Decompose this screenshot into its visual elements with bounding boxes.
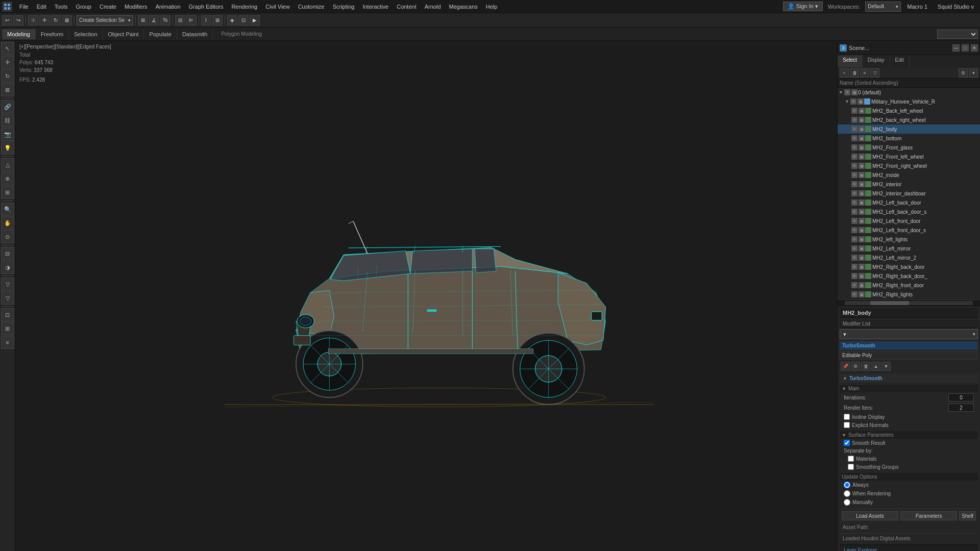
scene-item[interactable]: 👁◼ MH2_Left_mirror [838,244,980,253]
viewport[interactable]: [+][Perspective][Standard][Edged Faces] … [15,41,837,551]
lt-link[interactable]: 🔗 [1,100,14,113]
menu-group[interactable]: Group [71,3,95,11]
lt-filter2[interactable]: ▽ [1,291,14,305]
mod-delete[interactable]: 🗑 [861,362,870,371]
render-icon[interactable]: ◼ [859,163,865,169]
render-btn[interactable]: ▶ [250,15,260,26]
scene-tb-settings[interactable]: ⚙ [959,68,968,78]
render-iters-input[interactable] [948,404,974,412]
render-icon[interactable]: ◼ [859,264,865,270]
lt-shapes[interactable]: △ [1,158,14,171]
vis-icon[interactable]: 👁 [851,273,857,279]
turbosmooth-modifier[interactable]: TurboSmooth [840,341,978,350]
menu-animation[interactable]: Animation [152,3,185,11]
iterations-input[interactable] [948,393,974,402]
vis-icon[interactable]: 👁 [851,108,857,114]
scene-item-selected[interactable]: 👁◼ MH2_body [838,124,980,134]
shelf-btn[interactable]: Shelf [959,511,976,520]
lt-wireframe[interactable]: ⊟ [1,247,14,260]
render-icon[interactable]: ◼ [859,282,865,288]
render-icon[interactable]: ◼ [859,218,865,224]
scene-tab-display[interactable]: Display [863,55,890,67]
menu-edit[interactable]: Edit [33,3,51,11]
schematic-view[interactable]: ⊞ [212,15,223,26]
vis-icon[interactable]: 👁 [851,245,857,252]
menu-tools[interactable]: Tools [51,3,72,11]
scene-tb-new[interactable]: + [840,68,849,78]
mod-down[interactable]: ▼ [881,362,891,371]
undo-button[interactable]: ↩ [2,15,12,26]
lt-orbit[interactable]: ⊙ [1,230,14,243]
render-setup[interactable]: ⊡ [238,15,249,26]
scale-tool[interactable]: ⊠ [62,15,72,26]
vis-icon[interactable]: 👁 [851,291,857,297]
mirror-tool[interactable]: ⊟ [175,15,185,26]
rotate-tool[interactable]: ↻ [51,15,61,26]
menu-customize[interactable]: Customize [294,3,329,11]
vis-icon[interactable]: 👁 [851,126,857,132]
render-icon[interactable]: ◼ [859,255,865,261]
scene-item[interactable]: 👁◼ MH2_Left_back_door [838,198,980,207]
vis-icon[interactable]: 👁 [851,190,857,196]
move-tool[interactable]: ✛ [39,15,50,26]
snap-toggle[interactable]: ⊞ [138,15,148,26]
tab-freeform[interactable]: Freeform [36,29,69,39]
lt-unlink[interactable]: ⛓ [1,114,14,127]
lt-xform[interactable]: ⊡ [1,308,14,321]
explicit-normals-checkbox[interactable] [844,422,850,428]
scene-tab-edit[interactable]: Edit [890,55,910,67]
scene-item[interactable]: 👁◼ MH2_Front_right_wheel [838,161,980,170]
render-icon[interactable]: ◼ [859,190,865,196]
redo-button[interactable]: ↪ [13,15,23,26]
isoline-checkbox[interactable] [844,414,850,420]
smooth-result-checkbox[interactable] [844,440,850,446]
lt-camera[interactable]: 📷 [1,128,14,141]
scene-tb-layers[interactable]: ≡ [860,68,869,78]
scene-item[interactable]: 👁◼ MH2_Right_front_door [838,281,980,290]
render-icon[interactable]: ◼ [859,199,865,206]
object-mode-select[interactable] [937,30,978,39]
selection-filter-dropdown[interactable]: Create Selection Se [77,15,133,26]
vis-icon[interactable]: 👁 [851,135,857,141]
render-icon[interactable]: ◼ [859,154,865,160]
menu-arnold[interactable]: Arnold [421,3,445,11]
scene-item[interactable]: 👁◼ MH2_Left_back_door_s [838,207,980,216]
render-icon[interactable]: ◼ [859,144,865,151]
scene-item[interactable]: 👁◼ MH2_Left_front_door [838,216,980,226]
tab-object-paint[interactable]: Object Paint [103,29,144,39]
scene-item[interactable]: 👁◼ MH2_Left_front_door_s [838,226,980,235]
menu-create[interactable]: Create [95,3,120,11]
lt-shaded[interactable]: ◑ [1,261,14,274]
scene-minimize-btn[interactable]: — [952,44,960,52]
menu-help[interactable]: Help [482,3,502,11]
vis-icon[interactable]: 👁 [844,89,850,95]
menu-file[interactable]: File [15,3,33,11]
vis-icon[interactable]: 👁 [851,209,857,215]
render-icon[interactable]: ◼ [859,209,865,215]
render-icon[interactable]: ◼ [859,291,865,297]
percent-snap[interactable]: % [160,15,170,26]
vis-icon[interactable]: 👁 [851,282,857,288]
scene-item[interactable]: 👁◼ MH2_Back_left_wheel [838,106,980,115]
modifier-dropdown[interactable]: ▼ [840,329,978,339]
lt-pan[interactable]: ✋ [1,216,14,230]
render-icon[interactable]: ◼ [859,172,865,178]
scene-item[interactable]: 👁◼ MH2_bottom [838,134,980,143]
render-icon[interactable]: ◼ [859,227,865,233]
menu-civil-view[interactable]: Civil View [261,3,293,11]
scene-item[interactable]: 👁◼ MH2_interior [838,180,980,189]
scene-tb-options[interactable]: ▾ [969,68,978,78]
tab-selection[interactable]: Selection [69,29,103,39]
vis-icon[interactable]: 👁 [851,264,857,270]
render-icon[interactable]: ◼ [859,117,865,123]
lt-systems[interactable]: ⊞ [1,186,14,199]
menu-graph-editors[interactable]: Graph Editors [185,3,228,11]
menu-interactive[interactable]: Interactive [358,3,393,11]
scene-item[interactable]: 👁◼ MH2_inside [838,170,980,180]
menu-megascans[interactable]: Megascans [445,3,482,11]
vis-icon[interactable]: 👁 [851,199,857,206]
sign-in-button[interactable]: 👤 Sign In ▾ [783,2,823,11]
load-assets-btn[interactable]: Load Assets [842,511,898,520]
select-tool[interactable]: ⊹ [28,15,38,26]
lt-move[interactable]: ✛ [1,56,14,69]
